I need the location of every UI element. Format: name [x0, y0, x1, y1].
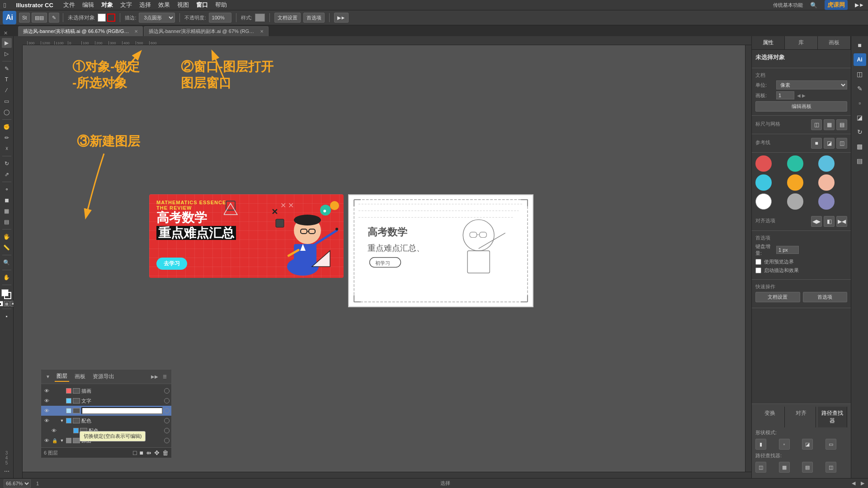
right-icon-ai[interactable]: Ai [854, 53, 866, 66]
search-icon[interactable]: 🔍 [810, 2, 817, 9]
layer-lock-text[interactable] [52, 398, 58, 404]
tool-text[interactable]: T [2, 75, 12, 84]
status-nav-left[interactable]: ◀ [852, 480, 855, 486]
rp-preferences-btn[interactable]: 首选项 [803, 292, 848, 302]
pathfinder-1[interactable]: ◫ [755, 462, 766, 473]
doc-settings-btn[interactable]: 文档设置 [274, 13, 301, 23]
layer-vis-editing[interactable] [164, 408, 170, 413]
snap-bounds-checkbox[interactable] [755, 259, 761, 265]
tool-zoom[interactable]: 🔍 [2, 258, 12, 267]
layer-vis-original[interactable] [164, 438, 170, 443]
layer-vis-color1[interactable] [164, 418, 170, 423]
pathfinder-2[interactable]: ▦ [779, 462, 790, 473]
tool-drawing-mode[interactable]: ▪ [2, 311, 12, 321]
rp-artboard-arrows[interactable]: ◀ ▶ [797, 93, 806, 98]
swatch-light-blue[interactable] [818, 155, 835, 172]
layer-lock-editing[interactable] [52, 408, 58, 414]
pathfinder-3[interactable]: ▤ [802, 462, 813, 473]
layer-expand-original[interactable]: ▼ [59, 438, 65, 443]
swatch-gray[interactable] [787, 193, 803, 210]
layer-row-color1[interactable]: 👁 ▼ 配色 [41, 416, 171, 426]
right-icon-brushes[interactable]: ✎ [854, 82, 866, 95]
rp-grid-icon-2[interactable]: ▦ [824, 119, 835, 130]
snap-corners-checkbox[interactable] [755, 267, 761, 273]
swatch-orange[interactable] [787, 174, 803, 191]
swatch-white[interactable] [755, 193, 772, 210]
tool-paintbrush[interactable]: ✊ [2, 122, 12, 132]
tab-2[interactable]: 插边风-banner演示精稿的副本.ai @ 67% (RGB/GPU 预览) … [144, 26, 269, 36]
right-icon-transform[interactable]: ↻ [854, 126, 866, 138]
rp-tab-properties[interactable]: 属性 [752, 36, 785, 49]
right-icon-gradient[interactable]: ▩ [854, 140, 866, 153]
tool-measure[interactable]: 📏 [2, 243, 12, 253]
layer-expand-draw[interactable] [59, 388, 65, 394]
menu-item-select[interactable]: 选择 [139, 1, 151, 9]
layer-eye-color1[interactable]: 👁 [43, 417, 50, 424]
rp-keyboard-input[interactable] [776, 246, 799, 254]
layer-eye-draw[interactable]: 👁 [43, 387, 50, 394]
tool-mesh[interactable]: ▦ [2, 206, 12, 216]
right-icon-appearance[interactable]: ▤ [854, 155, 866, 167]
right-icon-layers[interactable]: ◫ [854, 68, 866, 80]
tool-gradient[interactable]: ▤ [2, 217, 12, 227]
stroke-swatch[interactable] [107, 14, 115, 22]
layer-lock-original[interactable]: 🔒 [52, 437, 58, 444]
swatch-blue-gray[interactable] [818, 193, 835, 210]
style-swatch[interactable] [255, 14, 265, 22]
panel-collapse-icon[interactable]: ▶▶ [151, 374, 158, 380]
layers-tab-artboard[interactable]: 画板 [73, 372, 87, 381]
menu-item-file[interactable]: 文件 [63, 1, 75, 9]
fill-swatch[interactable] [98, 14, 106, 22]
menu-item-effects[interactable]: 效果 [158, 1, 170, 9]
panel-expand-icon[interactable]: ▼ [45, 374, 51, 380]
tool-ellipse[interactable]: ◯ [2, 107, 12, 117]
apple-icon[interactable]:  [4, 1, 6, 9]
layer-vis-color2[interactable] [164, 428, 170, 433]
preferences-btn[interactable]: 首选项 [303, 13, 325, 23]
panel-menu-icon[interactable]: ☰ [161, 374, 168, 380]
rp-align-icon-1[interactable]: ◀▶ [811, 216, 822, 227]
right-icon-color[interactable]: ▫ [854, 97, 866, 109]
new-layer-btn[interactable]: □ [133, 449, 137, 456]
solid-mode[interactable]: ■ [0, 301, 3, 306]
layer-row-draw[interactable]: 👁 描画 [41, 386, 171, 396]
menu-item-edit[interactable]: 编辑 [82, 1, 94, 9]
layer-eye-editing[interactable]: 👁 [43, 407, 50, 414]
layer-eye-color2[interactable]: 👁 [50, 427, 57, 434]
menu-item-object[interactable]: 对象 [101, 1, 113, 9]
rp-doc-settings-btn[interactable]: 文档设置 [755, 292, 800, 302]
menu-item-text[interactable]: 文字 [120, 1, 132, 9]
tab-1-close[interactable]: ✕ [134, 29, 138, 34]
shape-mode-3[interactable]: ◪ [802, 439, 813, 450]
rp-align-tab[interactable]: 对齐 [787, 407, 816, 427]
scrollbar-horizontal[interactable] [23, 472, 751, 478]
tool-pencil[interactable]: ✏ [2, 133, 12, 143]
layer-lock-color1[interactable] [52, 418, 58, 424]
right-icon-align[interactable]: ◪ [854, 111, 866, 124]
copy-layer-btn[interactable]: ✥ [154, 449, 160, 456]
rp-tab-artboard[interactable]: 画板 [818, 36, 851, 49]
new-sublayer-btn[interactable]: ■ [140, 449, 143, 456]
rp-guide-icon-2[interactable]: ◪ [824, 138, 835, 149]
canvas-content[interactable]: ①对象-锁定 -所选对象 ②窗口-图层打开图层窗口 ③新建图层 [23, 45, 751, 468]
layer-name-input[interactable] [81, 407, 163, 414]
layer-eye-text[interactable]: 👁 [43, 397, 50, 404]
tool-pen[interactable]: ✎ [2, 64, 12, 74]
rp-unit-select[interactable]: 像素 [776, 80, 847, 89]
toolbar-extra-btn[interactable]: ▶► [334, 13, 349, 23]
tool-fill[interactable]: ◼ [2, 195, 12, 205]
tool-select[interactable]: ▶ [2, 38, 12, 48]
pathfinder-4[interactable]: ◫ [826, 462, 836, 473]
panel-toggle-right[interactable]: ▶► [855, 2, 864, 8]
layer-expand-text[interactable] [59, 398, 65, 404]
right-icon-properties[interactable]: ■ [854, 39, 866, 52]
swatch-red[interactable] [755, 155, 772, 172]
delete-layer-btn[interactable]: 🗑 [162, 449, 169, 456]
rp-align-icon-3[interactable]: ▶◀ [836, 216, 847, 227]
layer-lock-draw[interactable] [52, 388, 58, 394]
layer-vis-draw[interactable] [164, 388, 170, 394]
layer-expand-color1[interactable]: ▼ [59, 418, 65, 423]
zoom-select[interactable]: 66.67% [4, 479, 31, 488]
rp-pathfinder-tab[interactable]: 路径查找器 [818, 407, 847, 427]
layer-expand-color2[interactable] [66, 428, 72, 433]
